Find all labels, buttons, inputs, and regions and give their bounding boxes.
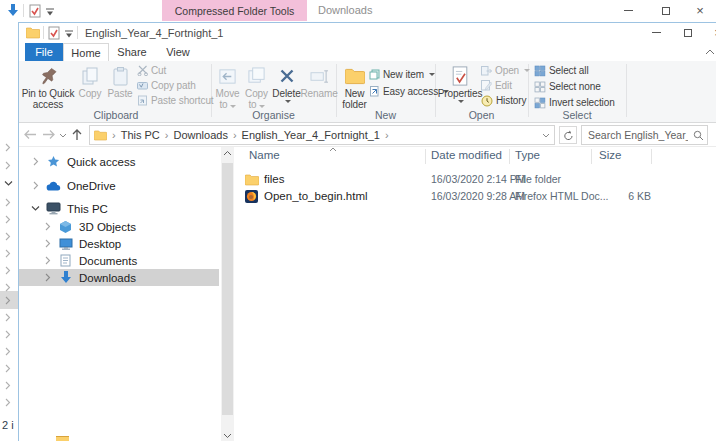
quick-access-properties-icon[interactable]	[48, 26, 60, 40]
rename-button[interactable]: Rename	[302, 63, 336, 99]
dropdown-arrow-icon	[230, 105, 236, 108]
sidebar-scrollbar[interactable]	[221, 147, 234, 441]
select-all-button[interactable]: Select all	[534, 63, 589, 78]
column-divider[interactable]	[425, 149, 426, 164]
collapse-ribbon-icon[interactable]	[705, 49, 715, 55]
background-window-titlebar[interactable]: Compressed Folder Tools Downloads ×	[0, 0, 716, 22]
column-divider[interactable]	[591, 149, 592, 164]
copy-path-button[interactable]: Copy path	[137, 78, 196, 93]
this-pc-icon	[45, 202, 62, 215]
maximize-button[interactable]	[675, 23, 701, 42]
up-icon[interactable]	[71, 128, 83, 141]
column-divider[interactable]	[509, 149, 510, 164]
breadcrumb-separator-icon: ›	[165, 129, 169, 141]
copy-path-icon	[137, 80, 148, 91]
breadcrumb-separator-icon: ›	[385, 129, 389, 141]
sidebar-item-3d-objects[interactable]: 3D Objects	[19, 218, 219, 235]
sidebar-item-label: Quick access	[67, 156, 135, 168]
breadcrumb-downloads[interactable]: Downloads	[173, 129, 227, 141]
paste-shortcut-button[interactable]: Paste shortcut	[137, 93, 214, 108]
select-none-icon	[534, 81, 546, 93]
tree-chevron-icon[interactable]	[42, 256, 52, 265]
file-row-open-to-begin[interactable]: Open_to_begin.html 16/03/2020 9:28 AM Fi…	[237, 188, 707, 205]
tree-chevron-icon	[4, 364, 11, 373]
scroll-down-icon[interactable]	[223, 433, 232, 439]
refresh-button[interactable]	[559, 126, 577, 144]
tree-chevron-down-icon[interactable]	[30, 205, 40, 212]
scrollbar-thumb[interactable]	[222, 163, 233, 415]
maximize-button[interactable]	[652, 0, 680, 21]
desktop-monitor-icon	[57, 238, 74, 250]
customize-toolbar-dropdown-icon[interactable]	[64, 30, 74, 38]
dropdown-arrow-icon	[429, 73, 435, 76]
tree-chevron-icon[interactable]	[42, 222, 52, 231]
close-button[interactable]: ×	[705, 23, 716, 42]
file-name: Open_to_begin.html	[264, 190, 368, 202]
tab-home[interactable]: Home	[63, 43, 109, 61]
address-history-chevron-icon[interactable]	[542, 133, 550, 138]
tab-view[interactable]: View	[155, 43, 201, 61]
scissors-icon	[137, 65, 148, 76]
sidebar-item-quick-access[interactable]: Quick access	[19, 153, 219, 170]
column-header-size[interactable]: Size	[599, 149, 621, 161]
tree-chevron-icon	[4, 330, 11, 339]
tree-chevron-icon[interactable]	[42, 273, 52, 282]
tab-file[interactable]: File	[25, 43, 63, 61]
refresh-icon	[563, 130, 574, 141]
search-box[interactable]	[581, 125, 708, 145]
minimize-button[interactable]	[643, 23, 669, 42]
sidebar-item-downloads[interactable]: Downloads	[19, 269, 219, 286]
titlebar[interactable]: English_Year_4_Fortnight_1 ×	[19, 23, 716, 43]
sidebar-item-onedrive[interactable]: OneDrive	[19, 177, 219, 194]
cut-button[interactable]: Cut	[137, 63, 166, 78]
tree-chevron-icon[interactable]	[30, 157, 40, 166]
tree-chevron-icon	[4, 249, 11, 258]
sidebar-item-documents[interactable]: Documents	[19, 252, 219, 269]
breadcrumb-current-folder[interactable]: English_Year_4_Fortnight_1	[242, 129, 380, 141]
search-input[interactable]	[586, 127, 690, 143]
open-button[interactable]: Open	[481, 63, 530, 78]
quick-access-properties-icon[interactable]	[29, 4, 41, 18]
dropdown-arrow-icon	[259, 105, 265, 108]
new-folder-button[interactable]: New folder	[338, 63, 371, 110]
sidebar-item-desktop[interactable]: Desktop	[19, 235, 219, 252]
new-item-button[interactable]: New item	[369, 67, 435, 82]
close-button[interactable]: ×	[686, 0, 714, 21]
new-item-icon	[369, 69, 380, 80]
contextual-tab-compressed-folder-tools[interactable]: Compressed Folder Tools	[162, 0, 307, 21]
properties-button[interactable]: Properties	[439, 63, 481, 103]
address-bar[interactable]: › This PC › Downloads › English_Year_4_F…	[89, 125, 555, 145]
move-to-button[interactable]: Move to	[213, 63, 242, 110]
column-header-name[interactable]: Name	[249, 149, 280, 161]
invert-selection-button[interactable]: Invert selection	[534, 95, 615, 110]
tree-chevron-icon	[4, 161, 11, 170]
tree-chevron-icon[interactable]	[42, 239, 52, 248]
select-none-button[interactable]: Select none	[534, 79, 601, 94]
recent-locations-chevron-icon[interactable]	[59, 133, 67, 138]
address-folder-icon	[94, 130, 107, 141]
column-header-type[interactable]: Type	[515, 149, 540, 161]
customize-toolbar-dropdown-icon[interactable]	[45, 8, 55, 16]
pin-to-quick-access-button[interactable]: Pin to Quick access	[21, 63, 75, 110]
delete-button[interactable]: Delete	[271, 63, 302, 103]
history-button[interactable]: History	[481, 93, 526, 108]
copy-button[interactable]: Copy	[75, 63, 105, 99]
forward-icon[interactable]	[42, 129, 56, 140]
column-divider[interactable]	[651, 149, 652, 164]
breadcrumb-this-pc[interactable]: This PC	[121, 129, 160, 141]
edit-button[interactable]: Edit	[481, 78, 512, 93]
copy-to-button[interactable]: Copy to	[242, 63, 271, 110]
sidebar-item-this-pc[interactable]: This PC	[19, 200, 219, 217]
background-window-nav-strip: 2 i	[0, 22, 18, 441]
column-header-date-modified[interactable]: Date modified	[431, 149, 502, 161]
tree-chevron-icon	[4, 381, 11, 390]
scroll-up-icon[interactable]	[223, 150, 232, 156]
quick-access-star-icon	[45, 155, 62, 168]
file-row-files[interactable]: files 16/03/2020 2:14 PM File folder	[237, 171, 707, 188]
tab-share[interactable]: Share	[109, 43, 155, 61]
tree-chevron-icon[interactable]	[30, 181, 40, 190]
back-icon[interactable]	[23, 129, 37, 140]
firefox-html-icon	[245, 190, 258, 203]
paste-button[interactable]: Paste	[105, 63, 135, 99]
minimize-button[interactable]	[614, 0, 642, 21]
